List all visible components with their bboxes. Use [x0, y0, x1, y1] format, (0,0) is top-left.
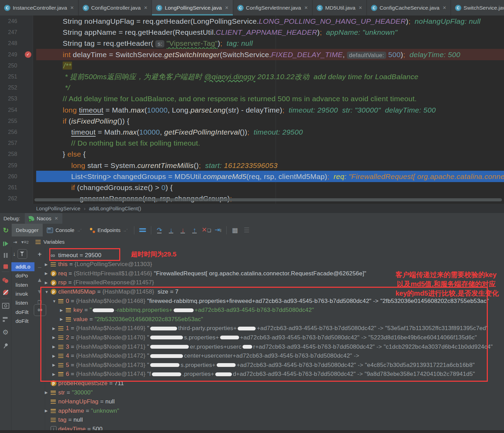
collapse-arrow-icon[interactable]: ▼	[45, 290, 51, 294]
expand-arrow-icon[interactable]: ▶	[45, 271, 51, 276]
expand-arrow-icon[interactable]: ▶	[45, 390, 51, 395]
var-row-probeRequestSize[interactable]: pprobeRequestSize = 711	[45, 379, 124, 388]
expand-arrow-icon[interactable]: ▶	[45, 262, 51, 267]
code-line-254[interactable]: 254 long timeout = Math.max(10000, Long.…	[0, 104, 504, 116]
var-row-node-0-key[interactable]: ▶key = "-rabbitmq.properties++ad72cb63-a…	[60, 306, 314, 315]
expand-arrow-icon[interactable]: ▶	[52, 354, 58, 358]
thread-dump-camera-icon[interactable]	[0, 301, 11, 310]
expand-arrow-icon[interactable]: ▶	[52, 335, 58, 340]
expand-arrow-icon[interactable]: ▶	[52, 326, 58, 331]
step-into-icon[interactable]: ↓	[165, 227, 177, 233]
close-icon[interactable]: ✕	[144, 5, 147, 10]
var-row-rsp[interactable]: ▶prsp = {FirewalledResponse@11457}	[45, 278, 154, 287]
var-row-watch-timeout[interactable]: ∞timeout = 29500	[45, 251, 101, 260]
debug-session-tab[interactable]: Nacos ✕	[25, 213, 62, 224]
breakpoint-icon[interactable]: ✓	[25, 51, 31, 58]
tab-debugger[interactable]: Debugger	[12, 224, 43, 236]
pause-icon[interactable]	[0, 251, 11, 260]
code-line-255[interactable]: 255 if (isFixedPolling()) {	[0, 115, 504, 127]
pin-icon[interactable]	[0, 341, 11, 350]
move-watch-up-icon[interactable]: ▲	[34, 277, 45, 284]
var-row-req[interactable]: ▶preq = {StrictHttpFirewall$1@11456} "Fi…	[45, 269, 366, 278]
tab-endpoints[interactable]: Endpoints →'	[85, 224, 132, 236]
code-line-259[interactable]: 259 long start = System.currentTimeMilli…	[0, 160, 504, 171]
restore-layout-icon[interactable]	[0, 315, 11, 324]
console-new-tab-icon[interactable]: →'	[77, 228, 81, 232]
editor-tab-MD5Util.java[interactable]: CMD5Util.java✕	[312, 0, 367, 15]
frame-item-doFilt[interactable]: doFilt	[11, 308, 34, 317]
expand-arrow-icon[interactable]: ▶	[52, 363, 58, 367]
frame-item-doFilt[interactable]: doFilt	[11, 317, 34, 326]
frame-item-addLo[interactable]: addLo	[11, 262, 34, 271]
expand-arrow-icon[interactable]: ▶	[45, 409, 51, 413]
remove-watch-icon[interactable]: −	[34, 264, 45, 272]
view-breakpoints-icon[interactable]	[0, 276, 11, 285]
step-out-icon[interactable]: ↑	[189, 227, 200, 233]
code-line-246[interactable]: 246 String noHangUpFlag = req.getHeader(…	[0, 15, 504, 27]
code-line-261[interactable]: 261 if (changedGroups.size() > 0) {	[0, 182, 504, 193]
code-line-256[interactable]: 256 timeout = Math.max(10000, getFixedPo…	[0, 126, 504, 138]
editor-tab-ConfigController.java[interactable]: CConfigController.java✕	[79, 0, 152, 15]
force-step-into-icon[interactable]: ↓	[177, 227, 189, 233]
settings-gear-icon[interactable]: ⚙	[0, 328, 11, 337]
resume-icon[interactable]	[0, 239, 11, 248]
expand-arrow-icon[interactable]: ▶	[52, 345, 58, 349]
drop-frame-icon[interactable]: ✕❏	[200, 226, 212, 234]
show-execution-point-small-icon[interactable]: ⇥	[13, 239, 17, 245]
editor[interactable]: 246 String noHangUpFlag = req.getHeader(…	[0, 15, 504, 204]
expand-arrow-icon[interactable]: ▶	[60, 308, 66, 313]
close-icon[interactable]: ✕	[304, 5, 308, 10]
var-row-str[interactable]: ▶str = "30000"	[45, 388, 93, 397]
editor-tab-InstanceController.java[interactable]: CInstanceController.java✕	[0, 0, 79, 15]
rerun-icon[interactable]: ↻	[0, 226, 12, 234]
mute-breakpoints-icon[interactable]	[0, 288, 11, 297]
code-line-253[interactable]: 253 // Add delay time for LoadBalance, a…	[0, 93, 504, 104]
code-line-248[interactable]: 248 String tag = req.getHeader( s: "Vips…	[0, 38, 504, 49]
var-row-node-4[interactable]: ▶4 = {HashMap$Node@11472} "center+userce…	[52, 351, 359, 361]
frame-item-listen[interactable]: listen	[11, 281, 34, 289]
tab-console[interactable]: Console →'	[43, 224, 85, 236]
var-row-appName[interactable]: ▶appName = "unknown"	[45, 406, 119, 415]
var-row-node-2[interactable]: ▶2 = {HashMap$Node@11470} "s.properties+…	[52, 333, 477, 342]
layout-settings-icon[interactable]: ☰	[241, 227, 253, 234]
var-row-noHangUpFlag[interactable]: noHangUpFlag = null	[45, 397, 115, 406]
var-row-node-5[interactable]: ▶5 = {HashMap$Node@11473} "s.properties+…	[52, 360, 475, 370]
editor-tab-ConfigCacheService.java[interactable]: CConfigCacheService.java✕	[367, 0, 451, 15]
var-row-node-3[interactable]: ▶3 = {HashMap$Node@11471} "er.properties…	[52, 342, 493, 351]
breadcrumb-method[interactable]: addLongPollingClient()	[89, 205, 141, 211]
filter-frames-icon[interactable]	[18, 249, 27, 259]
code-line-251[interactable]: 251 * 提前500ms返回响应，为避免客户端超时 @qiaoyi.dingq…	[0, 71, 504, 82]
close-icon[interactable]: ✕	[70, 5, 74, 10]
horizontal-scrollbar[interactable]	[34, 198, 502, 201]
var-row-node-1[interactable]: ▶1 = {HashMap$Node@11469} "third-party.p…	[52, 324, 488, 333]
var-row-clientMd5Map[interactable]: ▼pclientMd5Map = {HashMap@11458} size = …	[45, 287, 178, 296]
var-row-tag[interactable]: tag = null	[45, 415, 83, 425]
editor-tab-SwitchService.java[interactable]: CSwitchService.java✕	[451, 0, 504, 15]
expand-arrow-icon[interactable]: ▶	[52, 372, 58, 377]
frame-item-invok[interactable]: invok	[11, 289, 34, 298]
var-row-node-6[interactable]: ▶6 = {HashMap$Node@11474} "f.properties+…	[52, 370, 475, 379]
threads-view-selector[interactable]: ▾≡2	[21, 239, 29, 245]
stop-icon[interactable]	[0, 262, 11, 271]
code-line-250[interactable]: 250 /**	[0, 60, 504, 71]
code-line-258[interactable]: 258 } else {	[0, 148, 504, 160]
expand-arrow-icon[interactable]: ▶	[45, 281, 51, 285]
frame-item-listen[interactable]: listen	[11, 298, 34, 307]
run-to-cursor-icon[interactable]: ⇥I	[212, 226, 224, 234]
code-line-257[interactable]: 257 // Do nothing but set fix polling ti…	[0, 137, 504, 149]
show-execution-point-icon[interactable]	[139, 228, 146, 232]
show-watches-icon[interactable]: ∞	[34, 304, 46, 316]
var-row-node-0-value[interactable]: ▶value = "2fb532036e0145608202c83755eb53…	[60, 315, 203, 324]
close-icon[interactable]: ✕	[359, 5, 362, 10]
endpoints-new-tab-icon[interactable]: →'	[123, 228, 127, 232]
hide-frames-icon[interactable]: ↓	[13, 251, 16, 257]
close-icon[interactable]: ✕	[225, 5, 229, 10]
breadcrumb-class[interactable]: LongPollingService	[36, 205, 80, 211]
close-icon[interactable]: ✕	[54, 216, 58, 221]
var-row-node-0[interactable]: ▼0 = {HashMap$Node@11468} "fireweed-rabb…	[52, 296, 489, 306]
move-watch-down-icon[interactable]: ▼	[34, 288, 45, 295]
code-line-252[interactable]: 252 */	[0, 82, 504, 93]
code-line-260[interactable]: 260 List<String> changedGroups = MD5Util…	[0, 171, 504, 182]
editor-tab-LongPollingService.java[interactable]: CLongPollingService.java✕	[152, 0, 233, 15]
close-icon[interactable]: ✕	[443, 5, 446, 10]
